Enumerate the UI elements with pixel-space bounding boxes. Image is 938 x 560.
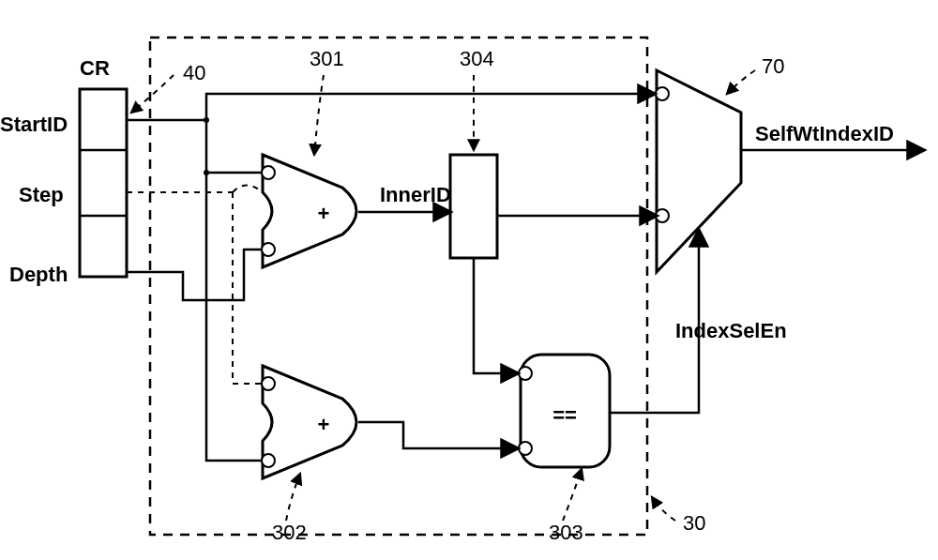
innerid-label: InnerID — [380, 183, 451, 206]
ref-40: 40 — [183, 61, 205, 84]
ref-30: 30 — [683, 511, 705, 535]
svg-point-9 — [519, 367, 532, 380]
svg-point-3 — [262, 166, 275, 179]
wire-startid-mux — [127, 94, 655, 120]
comparator-303: == — [519, 355, 610, 467]
ref-301: 301 — [310, 47, 344, 70]
leader-302 — [286, 474, 300, 521]
ref-70: 70 — [762, 54, 784, 78]
wire-reg304-comp — [474, 258, 518, 373]
ref-303: 303 — [549, 521, 583, 544]
cr-register-block: CR StartID Step Depth — [0, 56, 127, 286]
leader-70 — [727, 70, 755, 94]
indexselen-label: IndexSelEn — [675, 319, 787, 342]
cr-header: CR — [80, 56, 110, 80]
leader-30 — [652, 497, 675, 521]
wire-depth-adder301b — [127, 250, 261, 300]
adder-301: + — [262, 155, 356, 267]
svg-point-13 — [204, 117, 209, 123]
svg-rect-5 — [450, 155, 497, 258]
wire-step-adder302a — [233, 192, 261, 384]
wire-startid-adder301a — [206, 120, 261, 173]
ref-304: 304 — [460, 47, 494, 70]
svg-point-6 — [262, 377, 275, 390]
register-304 — [450, 155, 497, 258]
leader-301 — [314, 75, 324, 155]
leader-40 — [131, 75, 174, 113]
ref-302: 302 — [272, 521, 307, 544]
startid-label: StartID — [0, 113, 68, 136]
svg-point-4 — [262, 243, 275, 256]
svg-point-7 — [262, 454, 275, 467]
selfwtindexid-label: SelfWtIndexID — [755, 122, 894, 145]
wire-adder302-comp — [358, 422, 518, 448]
svg-point-10 — [519, 442, 532, 455]
step-jumper-up — [233, 186, 263, 193]
comparator-303-symbol: == — [552, 403, 577, 427]
depth-label: Depth — [9, 263, 68, 286]
step-label: Step — [19, 183, 64, 206]
adder-302-symbol: + — [318, 413, 330, 436]
svg-point-12 — [656, 209, 669, 222]
svg-point-14 — [204, 170, 209, 175]
adder-301-symbol: + — [318, 202, 330, 225]
svg-rect-0 — [80, 89, 127, 277]
adder-302: + — [262, 366, 356, 478]
leader-303 — [563, 469, 582, 521]
svg-point-11 — [656, 87, 669, 100]
